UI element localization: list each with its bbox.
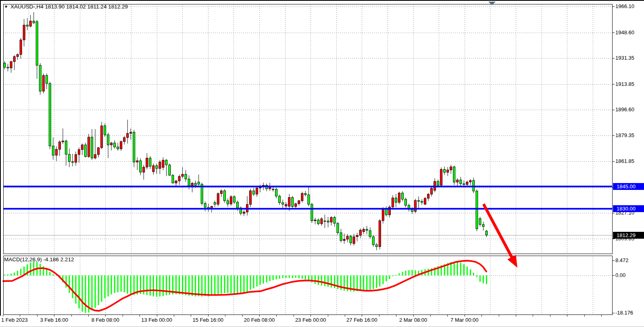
time-axis-label: 1 Feb 2023: [1, 317, 28, 323]
candle-body: [181, 174, 183, 176]
macd-axis-label: 8.472: [615, 257, 629, 263]
macd-axis-label: -18.176: [615, 310, 633, 316]
time-axis-label: 7 Mar 00:00: [450, 317, 478, 323]
candle-body: [10, 62, 12, 68]
candle-body: [479, 219, 481, 225]
candle-body: [217, 194, 219, 204]
time-axis-label: 2 Mar 08:00: [399, 317, 427, 323]
candle-body: [136, 161, 138, 162]
candle-body: [369, 231, 371, 237]
candle-body: [469, 181, 471, 182]
candle-body: [401, 193, 403, 199]
candle-body: [375, 245, 377, 247]
main-panel-border: [4, 4, 613, 254]
candle-body: [282, 203, 284, 204]
candle-body: [295, 204, 297, 206]
candle-body: [418, 200, 420, 201]
candle-body: [110, 143, 113, 145]
candle-body: [120, 142, 122, 149]
candle-body: [233, 197, 235, 202]
candle-body: [353, 237, 355, 244]
ohlc-open: 1813.90: [45, 4, 65, 10]
candle-body: [398, 193, 400, 202]
symbol-dropdown-icon: ▼: [4, 4, 8, 9]
candle-body: [311, 204, 313, 221]
price-axis-label: 1896.60: [615, 106, 634, 112]
candle-body: [453, 167, 455, 182]
candle-body: [46, 75, 48, 83]
candle-body: [456, 180, 459, 182]
candle-body: [185, 174, 187, 179]
candle-body: [253, 191, 255, 194]
level-price-badge-1830: 1830.00: [613, 205, 644, 212]
candle-body: [117, 147, 119, 149]
candle-body: [58, 142, 60, 149]
candle-body: [188, 179, 190, 186]
candle-body: [482, 225, 484, 227]
candle-body: [26, 25, 28, 26]
candle-body: [298, 201, 300, 204]
candle-body: [350, 236, 352, 243]
candle-body: [140, 161, 142, 172]
candle-body: [437, 181, 439, 185]
candle-body: [236, 202, 238, 208]
candle-body: [133, 132, 135, 162]
candle-body: [301, 194, 303, 201]
candle-body: [460, 180, 462, 184]
candle-body: [55, 149, 57, 155]
candle-body: [444, 169, 446, 172]
symbol-period-label: XAUUSD-,H4: [10, 4, 44, 10]
candle-body: [288, 198, 290, 206]
candle-body: [29, 21, 31, 26]
price-chart-canvas[interactable]: [0, 1, 644, 327]
candle-body: [447, 170, 449, 173]
candle-body: [450, 167, 452, 170]
candle-body: [395, 198, 397, 202]
macd-series: [3, 260, 486, 313]
candle-body: [88, 137, 90, 156]
candle-body: [292, 198, 294, 206]
candle-body: [279, 196, 281, 202]
candle-body: [156, 166, 158, 169]
candle-body: [159, 162, 161, 169]
candle-body: [36, 22, 38, 65]
macd-name: MACD(12,26,9): [4, 256, 42, 262]
candle-body: [7, 67, 9, 68]
time-axis-label: 15 Feb 16:00: [192, 317, 223, 323]
candle-body: [152, 166, 154, 172]
candle-body: [269, 187, 271, 189]
macd-main-value: -4.186: [44, 256, 59, 262]
candle-body: [476, 191, 478, 229]
candle-body: [424, 198, 426, 204]
candle-body: [71, 162, 73, 162]
macd-indicator-label: MACD(12,26,9) -4.186 2.212: [4, 256, 74, 262]
chart-window: ▼XAUUSD-,H4 1813.90 1814.02 1811.24 1812…: [0, 0, 644, 327]
level-price-badge-1845: 1845.00: [613, 183, 644, 190]
candle-body: [330, 217, 332, 222]
candles: [4, 12, 488, 250]
candle-body: [272, 189, 274, 190]
candle-body: [52, 146, 54, 155]
candle-body: [81, 145, 83, 150]
time-axis-label: 3 Feb 16:00: [40, 317, 68, 323]
time-axis-label: 27 Feb 16:00: [346, 317, 377, 323]
candle-body: [486, 231, 488, 235]
time-axis-label: 8 Feb 08:00: [92, 317, 119, 323]
candle-body: [175, 181, 177, 183]
trend-arrow[interactable]: [484, 204, 517, 268]
candle-body: [39, 65, 41, 91]
candle-body: [49, 83, 51, 146]
candle-body: [359, 230, 361, 235]
candle-body: [379, 221, 381, 247]
chart-shift-marker-icon[interactable]: [488, 2, 496, 5]
candle-body: [198, 182, 200, 184]
candle-body: [98, 148, 100, 154]
price-axis-label: 1913.85: [615, 81, 634, 87]
chart-title: ▼XAUUSD-,H4 1813.90 1814.02 1811.24 1812…: [4, 4, 128, 10]
candle-body: [127, 133, 129, 137]
candle-body: [130, 132, 132, 133]
grid: [3, 4, 613, 315]
candle-body: [91, 137, 93, 158]
candle-body: [169, 165, 171, 175]
candle-body: [220, 191, 222, 194]
